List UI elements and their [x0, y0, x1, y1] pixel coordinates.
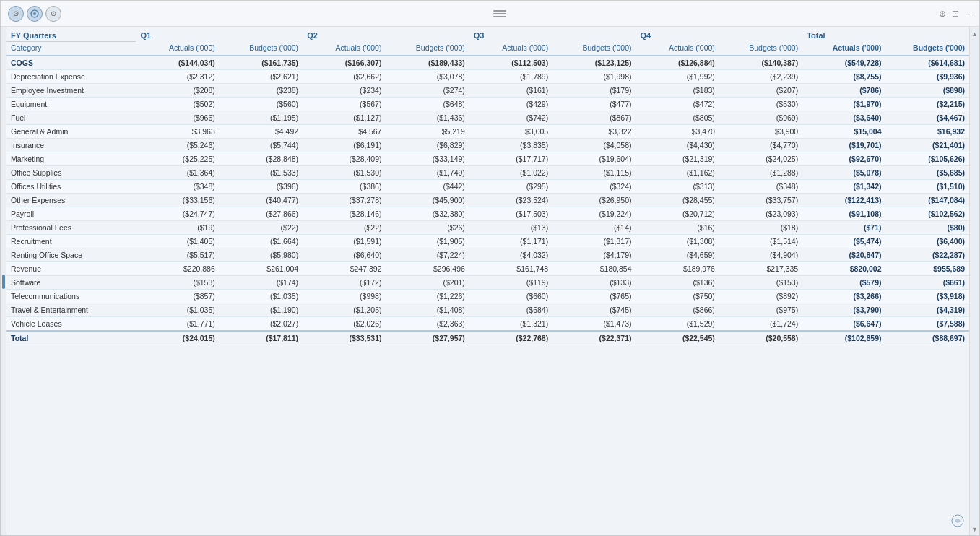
value-cell: ($7,224): [386, 248, 469, 262]
value-cell: ($24,747): [136, 207, 219, 221]
value-cell: ($786): [802, 84, 885, 98]
right-scroll-up[interactable]: ▲: [971, 30, 979, 38]
value-cell: ($866): [636, 303, 719, 317]
table-row: Marketing($25,225)($28,848)($28,409)($33…: [6, 152, 969, 166]
toolbar-left: ⊙ ⊙: [8, 6, 61, 22]
expand-icon[interactable]: ⊡: [952, 9, 959, 19]
value-cell: ($22,371): [552, 331, 636, 345]
scroll-down-icon[interactable]: ⊕: [939, 9, 946, 19]
right-scroll-down[interactable]: ▼: [971, 525, 979, 534]
table-row: Recruitment($1,405)($1,664)($1,591)($1,9…: [6, 235, 969, 248]
value-cell: $4,567: [303, 125, 386, 139]
value-cell: ($1,533): [220, 166, 303, 180]
value-cell: ($2,026): [303, 317, 386, 332]
value-cell: ($1,529): [636, 317, 719, 332]
value-cell: ($1,195): [220, 111, 303, 125]
drag-handle[interactable]: [493, 10, 506, 17]
table-row: Professional Fees($19)($22)($22)($26)($1…: [6, 221, 969, 235]
value-cell: ($18): [719, 221, 802, 235]
category-cell: Depreciation Expense: [6, 70, 136, 84]
value-cell: ($1,035): [136, 303, 219, 317]
value-cell: ($745): [552, 303, 636, 317]
value-cell: $261,004: [220, 262, 303, 276]
value-cell: ($5,517): [136, 248, 219, 262]
svg-point-1: [33, 12, 36, 15]
value-cell: ($17,717): [469, 152, 552, 166]
category-cell: Renting Office Space: [6, 248, 136, 262]
value-cell: ($1,749): [386, 166, 469, 180]
main-area: FY Quarters Q1 Q2 Q3 Q4 Total Category A…: [1, 27, 979, 536]
header-q2: Q2: [303, 27, 469, 42]
category-cell: Office Supplies: [6, 166, 136, 180]
nav-btn-2[interactable]: [27, 6, 43, 22]
value-cell: ($1,664): [220, 235, 303, 248]
value-cell: ($5,078): [802, 166, 885, 180]
value-cell: ($25,225): [136, 152, 219, 166]
table-row: Office Supplies($1,364)($1,533)($1,530)(…: [6, 166, 969, 180]
header-total: Total: [802, 27, 969, 42]
value-cell: ($765): [552, 290, 636, 303]
value-cell: $3,963: [136, 125, 219, 139]
value-cell: ($23,524): [469, 194, 552, 207]
value-cell: $3,005: [469, 125, 552, 139]
value-cell: ($26): [386, 221, 469, 235]
value-cell: ($969): [719, 111, 802, 125]
value-cell: $3,470: [636, 125, 719, 139]
header-q3-actuals: Actuals ('000): [469, 42, 552, 56]
value-cell: ($24,015): [136, 331, 219, 345]
nav-btn-1[interactable]: ⊙: [8, 6, 24, 22]
value-cell: ($2,662): [303, 70, 386, 84]
value-cell: ($1,510): [886, 180, 969, 194]
value-cell: ($1,591): [303, 235, 386, 248]
value-cell: $3,900: [719, 125, 802, 139]
value-cell: ($2,312): [136, 70, 219, 84]
value-cell: ($13): [469, 221, 552, 235]
header-q4: Q4: [636, 27, 803, 42]
value-cell: ($20,712): [636, 207, 719, 221]
value-cell: ($567): [303, 98, 386, 111]
value-cell: ($140,387): [719, 56, 802, 70]
value-cell: ($92,670): [802, 152, 885, 166]
value-cell: ($19,224): [552, 207, 636, 221]
value-cell: $5,219: [386, 125, 469, 139]
value-cell: $161,748: [469, 262, 552, 276]
value-cell: ($386): [303, 180, 386, 194]
category-cell: Marketing: [6, 152, 136, 166]
value-cell: ($144,034): [136, 56, 219, 70]
value-cell: ($502): [136, 98, 219, 111]
header-q4-budgets: Budgets ('000): [719, 42, 802, 56]
value-cell: ($91,108): [802, 207, 885, 221]
value-cell: ($966): [136, 111, 219, 125]
nav-btn-3[interactable]: ⊙: [45, 6, 61, 22]
value-cell: ($3,835): [469, 139, 552, 152]
value-cell: ($1,190): [220, 303, 303, 317]
value-cell: ($4,904): [719, 248, 802, 262]
value-cell: ($560): [220, 98, 303, 111]
value-cell: ($1,226): [386, 290, 469, 303]
table-area[interactable]: FY Quarters Q1 Q2 Q3 Q4 Total Category A…: [6, 27, 969, 536]
value-cell: ($123,125): [552, 56, 636, 70]
value-cell: $4,492: [220, 125, 303, 139]
value-cell: ($40,477): [220, 194, 303, 207]
value-cell: ($20,847): [802, 248, 885, 262]
value-cell: ($112,503): [469, 56, 552, 70]
value-cell: ($126,884): [636, 56, 719, 70]
value-cell: ($750): [636, 290, 719, 303]
category-cell: Payroll: [6, 207, 136, 221]
value-cell: ($4,179): [552, 248, 636, 262]
value-cell: ($477): [552, 98, 636, 111]
value-cell: ($530): [719, 98, 802, 111]
more-options-icon[interactable]: ···: [965, 9, 972, 19]
data-table: FY Quarters Q1 Q2 Q3 Q4 Total Category A…: [6, 27, 969, 345]
value-cell: ($396): [220, 180, 303, 194]
value-cell: ($472): [636, 98, 719, 111]
value-cell: $247,392: [303, 262, 386, 276]
category-cell: Total: [6, 331, 136, 345]
value-cell: ($4,467): [886, 111, 969, 125]
value-cell: ($1,998): [552, 70, 636, 84]
value-cell: ($27,957): [386, 331, 469, 345]
value-cell: ($579): [802, 276, 885, 290]
value-cell: ($1,022): [469, 166, 552, 180]
table-row: Offices Utilities($348)($396)($386)($442…: [6, 180, 969, 194]
value-cell: ($4,319): [886, 303, 969, 317]
